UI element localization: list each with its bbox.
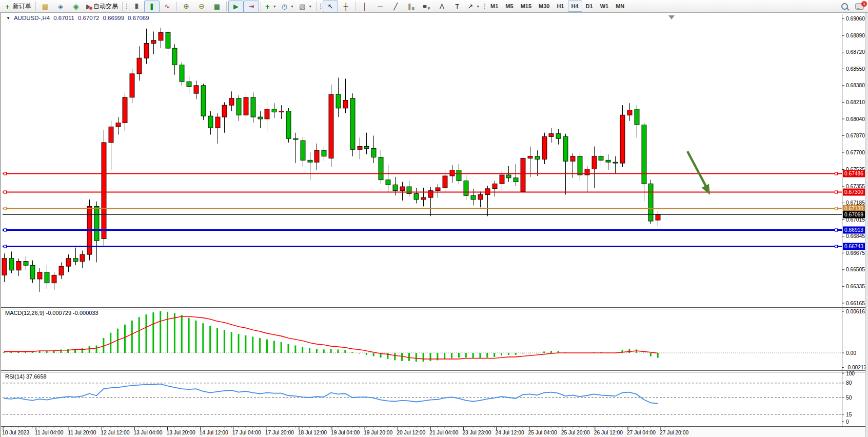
candle <box>151 41 156 44</box>
rsi-tick-label: 80 <box>846 380 852 386</box>
search-icon[interactable] <box>841 3 848 10</box>
time-axis-label: 18 Jul 12:00 <box>298 430 327 435</box>
arrow-annotation-head[interactable] <box>702 184 710 195</box>
line-handle[interactable] <box>4 172 7 175</box>
candle <box>642 125 646 184</box>
line-handle[interactable] <box>4 207 7 210</box>
macd-histogram-bar <box>650 353 652 356</box>
timeframe-m5[interactable]: M5 <box>502 1 517 12</box>
macd-histogram-bar <box>188 318 190 353</box>
label-button[interactable]: T <box>449 1 465 12</box>
candle <box>436 188 440 191</box>
toolbar-grip[interactable] <box>319 3 322 10</box>
auto-trading-icon: ▶ <box>86 3 91 10</box>
candle <box>123 97 127 123</box>
zoom-out-button[interactable]: ⊖ <box>194 1 209 12</box>
timeframe-m30[interactable]: M30 <box>535 1 553 12</box>
auto-trading-button[interactable]: ▶自动交易 <box>84 1 121 12</box>
chart-open: 0.67011 <box>53 15 74 21</box>
collapse-chart-icon[interactable]: ▼ <box>6 16 10 21</box>
bar-chart-button[interactable]: ||| <box>129 1 144 12</box>
candle <box>656 214 660 220</box>
price-line-label: 0.67130 <box>844 206 863 211</box>
candle <box>358 147 362 150</box>
line-handle[interactable] <box>835 207 838 210</box>
timeframe-mn[interactable]: MN <box>612 1 628 12</box>
candle <box>635 109 639 125</box>
line-handle[interactable] <box>4 191 7 193</box>
signals-button[interactable]: ◉ <box>68 1 84 12</box>
price-tick-label: 0.68040 <box>846 116 865 122</box>
price-line-label: 0.67486 <box>844 171 863 176</box>
macd-histogram-bar <box>628 349 630 353</box>
price-tick-label: 0.66505 <box>846 267 865 272</box>
chart-plot-area[interactable]: 0.690600.688900.687200.685500.683800.682… <box>0 13 868 437</box>
candle <box>52 275 56 283</box>
data-window-icon: ▤ <box>42 3 48 10</box>
price-line-label: 0.67069 <box>844 212 863 217</box>
timeframe-h4[interactable]: H4 <box>568 1 582 12</box>
chart-shift-button[interactable]: ⇥ <box>244 1 259 12</box>
indicators-button[interactable]: +▼ <box>263 1 279 12</box>
horizontal-line-button[interactable]: ─ <box>372 1 388 12</box>
vertical-line-button[interactable]: │ <box>357 1 372 12</box>
zoom-in-button[interactable]: ⊕ <box>179 1 194 12</box>
price-line-label: 0.67300 <box>844 189 863 195</box>
candle <box>393 185 398 190</box>
candlestick-button[interactable]: ❚ <box>144 1 160 12</box>
text-button[interactable]: A <box>434 1 449 12</box>
candle <box>492 184 497 189</box>
timeframe-h1[interactable]: H1 <box>553 1 567 12</box>
rsi-tick-label: 100 <box>846 371 855 376</box>
time-axis-label: 26 Jul 12:00 <box>594 430 623 435</box>
chart-low: 0.66999 <box>103 15 125 21</box>
chevron-down-icon: ▼ <box>308 5 312 8</box>
mt4-window: ＋新订单▤◈◉▶自动交易|||❚∿⊕⊖▦▶⇥+▼◷▼▧▼↖┼│─╱∥E≡FAT↗… <box>0 0 868 437</box>
line-handle[interactable] <box>4 245 7 248</box>
candle <box>286 111 291 139</box>
timeframe-d1[interactable]: D1 <box>582 1 597 12</box>
timeframe-m1[interactable]: M1 <box>487 1 502 12</box>
trendline-button[interactable]: ╱ <box>388 1 403 12</box>
navigator-button[interactable]: ◈ <box>53 1 68 12</box>
candle <box>400 187 405 191</box>
line-handle[interactable] <box>835 172 838 175</box>
candle <box>2 259 7 275</box>
macd-tick-label: -0.002178 <box>846 365 868 370</box>
line-handle[interactable] <box>4 229 7 231</box>
arrow-annotation-shaft[interactable] <box>687 151 706 186</box>
toolbar-grip[interactable] <box>125 3 128 10</box>
price-tick-label: 0.68890 <box>846 33 865 38</box>
timeframe-m15[interactable]: M15 <box>517 1 535 12</box>
candle <box>109 127 113 143</box>
crosshair-button[interactable]: ┼ <box>338 1 353 12</box>
candle <box>500 175 504 184</box>
toolbar-grip[interactable] <box>483 3 486 10</box>
chat-icon[interactable]: 1 <box>855 3 864 10</box>
timeframe-group: M1M5M15M30H1H4D1W1MN <box>482 0 628 12</box>
timeframe-w1[interactable]: W1 <box>597 1 613 12</box>
cursor-button[interactable]: ↖ <box>323 1 338 12</box>
chart-shift-marker[interactable] <box>668 15 675 19</box>
candle <box>66 259 71 266</box>
line-handle[interactable] <box>835 229 838 231</box>
price-tick-label: 0.68380 <box>846 83 865 88</box>
vertical-line-icon: │ <box>363 3 367 10</box>
templates-button[interactable]: ▧▼ <box>297 1 314 12</box>
data-window-button[interactable]: ▤ <box>37 1 53 12</box>
auto-scroll-button[interactable]: ▶ <box>228 1 244 12</box>
channel-button[interactable]: ∥E <box>403 1 419 12</box>
tile-windows-button[interactable]: ▦ <box>209 1 225 12</box>
line-handle[interactable] <box>835 245 838 248</box>
fibonacci-button[interactable]: ≡F <box>419 1 434 12</box>
line-chart-icon: ∿ <box>165 3 170 10</box>
arrows-button[interactable]: ↗▼ <box>465 1 482 12</box>
crosshair-icon: ┼ <box>344 3 348 10</box>
time-axis-label: 17 Jul 04:00 <box>232 430 261 435</box>
periods-button[interactable]: ◷▼ <box>279 1 297 12</box>
line-chart-button[interactable]: ∿ <box>160 1 175 12</box>
toolbar-group: ↖┼ <box>314 0 353 12</box>
line-handle[interactable] <box>835 191 838 193</box>
macd-histogram-bar <box>316 349 318 353</box>
new-order-button[interactable]: ＋新订单 <box>2 1 34 12</box>
